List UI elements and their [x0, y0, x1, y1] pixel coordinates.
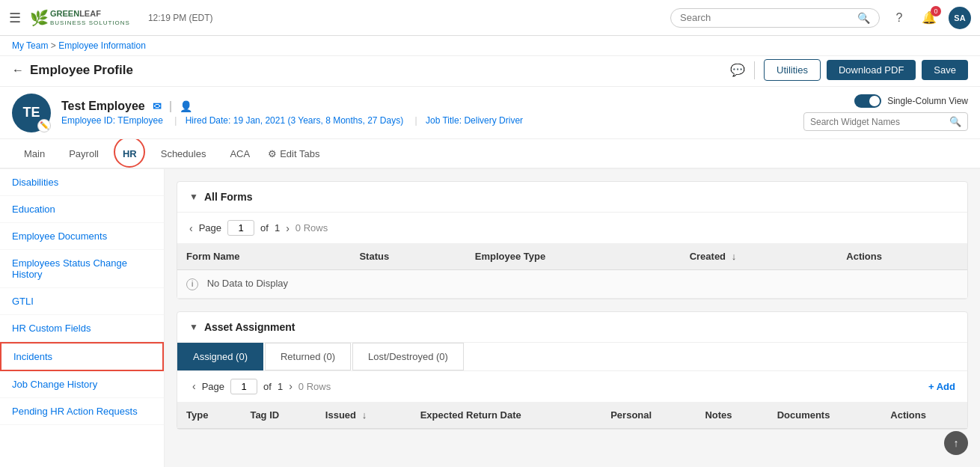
all-forms-pagination: ‹ Page of 1 › 0 Rows [177, 213, 967, 243]
breadcrumb-team[interactable]: My Team [12, 40, 48, 51]
edit-tabs-button[interactable]: ⚙ Edit Tabs [268, 148, 319, 159]
gear-icon: ⚙ [268, 148, 277, 159]
asset-prev-page[interactable]: ‹ [192, 380, 196, 392]
user-avatar[interactable]: SA [949, 7, 971, 29]
single-column-toggle[interactable] [854, 94, 881, 108]
asset-chevron-icon: ▼ [189, 322, 198, 332]
col-created: Created ↓ [681, 243, 838, 270]
tab-main[interactable]: Main [12, 141, 57, 168]
sidebar-item-incidents[interactable]: Incidents [0, 342, 164, 371]
hamburger-menu[interactable]: ☰ [9, 10, 21, 26]
all-forms-next-page[interactable]: › [286, 222, 290, 234]
employee-name-row: Test Employee ✉ | 👤 [61, 100, 803, 113]
asset-header-row: Type Tag ID Issued ↓ Expected Return Dat… [177, 402, 967, 429]
logo-text-main: GREENLEAF [50, 9, 130, 19]
widget-search[interactable]: 🔍 [803, 112, 968, 131]
tab-schedules[interactable]: Schedules [149, 141, 218, 168]
asset-of-label: of [263, 381, 272, 392]
info-circle-icon: i [186, 278, 198, 290]
email-icon[interactable]: ✉ [153, 100, 162, 112]
sidebar-item-education[interactable]: Education [0, 196, 164, 223]
asset-next-page[interactable]: › [289, 380, 293, 392]
nav-icons: ? 🔔 0 SA [889, 7, 971, 29]
all-forms-page-input[interactable] [227, 220, 254, 236]
sidebar-item-employees-status-change[interactable]: Employees Status Change History [0, 250, 164, 288]
tab-aca[interactable]: ACA [218, 141, 262, 168]
search-input[interactable] [680, 12, 857, 23]
sidebar-item-disabilities[interactable]: Disabilities [0, 169, 164, 196]
all-forms-no-data-cell: i No Data to Display [177, 270, 967, 299]
col-actions: Actions [837, 243, 967, 270]
avatar[interactable]: TE ✏️ [12, 94, 51, 132]
sidebar-item-gtli[interactable]: GTLI [0, 288, 164, 315]
search-icon: 🔍 [857, 12, 870, 24]
logo: 🌿 GREENLEAF BUSINESS SOLUTIONS [30, 9, 142, 27]
asset-add-button[interactable]: + Add [928, 381, 964, 392]
help-button[interactable]: ? [889, 7, 910, 28]
breadcrumb: My Team > Employee Information [0, 36, 980, 56]
notification-badge: 0 [931, 6, 941, 16]
asset-assignment-header[interactable]: ▼ Asset Assignment [177, 312, 967, 343]
utilities-button[interactable]: Utilities [764, 59, 821, 81]
single-column-label: Single-Column View [887, 96, 968, 106]
chat-icon[interactable]: 💬 [730, 63, 745, 77]
scroll-to-top-button[interactable]: ↑ [944, 431, 968, 455]
all-forms-header[interactable]: ▼ All Forms [177, 182, 967, 213]
asset-table: Type Tag ID Issued ↓ Expected Return Dat… [177, 402, 967, 429]
col-expected-return: Expected Return Date [411, 402, 602, 429]
sidebar-item-pending-hr-action[interactable]: Pending HR Action Requests [0, 398, 164, 425]
save-button[interactable]: Save [922, 60, 968, 80]
back-button[interactable]: ← [12, 64, 24, 77]
download-pdf-button[interactable]: Download PDF [827, 60, 916, 80]
avatar-initials: TE [22, 105, 40, 120]
sidebar-item-job-change-history[interactable]: Job Change History [0, 371, 164, 398]
logo-text-sub: BUSINESS SOLUTIONS [50, 19, 130, 26]
tab-payroll[interactable]: Payroll [57, 141, 111, 168]
asset-pagination-row: ‹ Page of 1 › 0 Rows + Add [177, 371, 967, 402]
all-forms-widget: ▼ All Forms ‹ Page of 1 › 0 Rows Form Na… [177, 181, 968, 299]
asset-page-input[interactable] [230, 379, 257, 394]
asset-assignment-tabs: Assigned (0) Returned (0) Lost/Destroyed… [177, 343, 967, 371]
hired-date: 19 Jan, 2021 (3 Years, 8 Months, 27 Days… [233, 115, 403, 126]
edit-profile-icon[interactable]: 👤 [180, 100, 192, 112]
widget-search-input[interactable] [810, 117, 949, 127]
all-forms-of-label: of [260, 222, 269, 234]
sidebar-item-hr-custom-fields[interactable]: HR Custom Fields [0, 315, 164, 342]
vertical-divider [754, 61, 755, 79]
col-issued: Issued ↓ [316, 402, 411, 429]
asset-total-pages: 1 [278, 381, 283, 392]
asset-tab-assigned[interactable]: Assigned (0) [177, 343, 263, 370]
tabs-bar: Main Payroll HR Schedules ACA ⚙ Edit Tab… [0, 139, 980, 169]
notifications-button[interactable]: 🔔 0 [919, 7, 940, 28]
asset-assignment-widget: ▼ Asset Assignment Assigned (0) Returned… [177, 311, 968, 430]
all-forms-table-container: Form Name Status Employee Type Created ↓… [177, 243, 967, 299]
asset-tab-lost-destroyed[interactable]: Lost/Destroyed (0) [352, 343, 464, 370]
top-navigation: ☰ 🌿 GREENLEAF BUSINESS SOLUTIONS 12:19 P… [0, 0, 980, 36]
asset-assignment-title: Asset Assignment [204, 321, 295, 333]
col-documents: Documents [768, 402, 882, 429]
employee-right-panel: Single-Column View 🔍 [803, 94, 968, 131]
all-forms-table-head: Form Name Status Employee Type Created ↓… [177, 243, 967, 270]
edit-avatar-icon[interactable]: ✏️ [37, 119, 51, 132]
hired-separator: | [174, 115, 177, 126]
employee-details: Test Employee ✉ | 👤 Employee ID: TEmploy… [61, 100, 803, 126]
tab-hr[interactable]: HR [111, 141, 149, 168]
col-employee-type: Employee Type [466, 243, 681, 270]
col-tag-id: Tag ID [241, 402, 316, 429]
sidebar-item-employee-documents[interactable]: Employee Documents [0, 223, 164, 250]
all-forms-chevron-icon: ▼ [189, 192, 198, 202]
asset-tab-returned[interactable]: Returned (0) [265, 343, 351, 370]
global-search[interactable]: 🔍 [670, 8, 880, 28]
issued-sort-icon[interactable]: ↓ [362, 409, 367, 421]
breadcrumb-separator: > [51, 40, 58, 51]
employee-meta: Employee ID: TEmployee | Hired Date: 19 … [61, 115, 803, 126]
widget-search-icon: 🔍 [949, 116, 961, 127]
all-forms-prev-page[interactable]: ‹ [189, 222, 193, 234]
page-title: Employee Profile [30, 63, 133, 78]
tab-hr-wrapper: HR [111, 141, 149, 167]
header-actions: 💬 Utilities Download PDF Save [730, 59, 968, 81]
created-sort-icon[interactable]: ↓ [732, 251, 737, 262]
job-title-value: Delivery Driver [464, 115, 523, 126]
col-personal: Personal [601, 402, 696, 429]
all-forms-header-row: Form Name Status Employee Type Created ↓… [177, 243, 967, 270]
